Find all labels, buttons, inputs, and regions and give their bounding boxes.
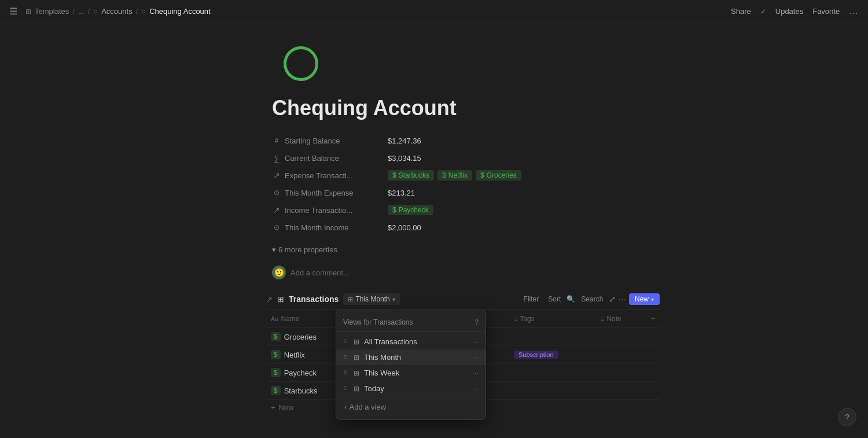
search-circle-2-icon: ⊙ [272,223,281,231]
more-properties-toggle[interactable]: ▾ 6 more properties [272,245,337,254]
starbucks-icon: $ [271,386,281,395]
arrow-up-right-2-icon: ↗ [272,205,281,215]
dropdown-item-today[interactable]: ⠿ ⊞ Today ··· [336,381,486,396]
grid-view-icon: ⊞ [354,385,359,393]
cell-tags-starbucks [509,383,596,398]
grid-view-icon: ⊞ [354,369,359,377]
breadcrumb-ellipsis[interactable]: ... [78,7,84,16]
transactions-section: ↗ ⊞ Transactions ⊞ This Month ▾ Filter S… [266,293,660,415]
add-comment-row[interactable]: 🙂 Add a comment... [272,266,350,279]
search-icon: 🔍 [567,295,575,303]
starting-balance-value[interactable]: $1,247.36 [388,137,421,145]
item-more-icon[interactable]: ··· [472,337,479,346]
hash-icon: # [272,137,281,145]
property-expense-transactions: ↗ Expense Transacti... $Starbucks $Netfl… [272,167,573,184]
expense-transactions-label: ↗ Expense Transacti... [272,171,388,180]
dropdown-item-this-month[interactable]: ⠿ ⊞ This Month ··· [336,349,486,365]
transactions-db-icon: ⊞ [277,295,284,304]
starbucks-tag[interactable]: $Starbucks [388,170,434,181]
dropdown-item-this-week[interactable]: ⠿ ⊞ This Week ··· [336,365,486,381]
groceries-icon: $ [271,332,281,341]
header-note: ≡ Note + [596,312,660,325]
grid-view-icon: ⊞ [354,338,359,346]
drag-handle-icon: ⠿ [343,370,349,376]
updates-button[interactable]: Updates [775,7,803,16]
share-button[interactable]: Share [731,7,751,16]
breadcrumb-chequing[interactable]: Chequing Account [149,7,211,16]
drag-handle-icon: ⠿ [343,338,349,345]
current-balance-value[interactable]: $3,034.15 [388,154,421,163]
topbar: ☰ ⊞ Templates / ... / ○ Accounts / ○ Che… [0,0,868,23]
page-title[interactable]: Chequing Account [272,96,457,120]
netflix-tag[interactable]: $Netflix [437,170,472,181]
income-transactions-label: ↗ Income Transactio... [272,205,388,215]
breadcrumb-sep-2: / [88,7,90,16]
user-avatar: 🙂 [272,266,286,279]
drag-handle-icon: ⠿ [343,385,349,392]
item-more-icon[interactable]: ··· [472,353,479,362]
menu-icon[interactable]: ☰ [9,6,17,17]
this-month-expense-label: ⊙ This Month Expense [272,189,388,197]
main-content: Chequing Account # Starting Balance $1,2… [0,23,868,438]
groceries-tag[interactable]: $Groceries [476,170,521,181]
topbar-right: Share ✓ Updates Favorite ... [731,7,859,16]
item-more-icon[interactable]: ··· [472,384,479,393]
grid-icon: ⊞ [348,296,353,303]
new-button[interactable]: New ▾ [629,293,660,305]
chevron-down-icon: ▾ [272,245,276,254]
this-month-income-value[interactable]: $2,000.00 [388,223,421,232]
grid-view-icon: ⊞ [354,354,359,362]
page-icon [284,46,318,81]
paycheck-tag[interactable]: $Paycheck [388,205,433,215]
expense-transactions-value[interactable]: $Starbucks $Netflix $Groceries [388,170,521,181]
item-more-icon[interactable]: ··· [472,369,479,377]
chevron-icon: ▾ [392,296,395,303]
property-this-month-income: ⊙ This Month Income $2,000.00 [272,219,573,236]
this-month-expense-value[interactable]: $213.21 [388,189,415,197]
dropdown-info-icon[interactable]: ? [475,318,479,326]
search-button[interactable]: Search [578,294,606,304]
cell-note-groceries [596,329,660,344]
bottom-scrollbar[interactable] [0,431,868,438]
add-column-icon[interactable]: + [651,315,655,323]
cell-tags-groceries [509,329,596,344]
income-transactions-value[interactable]: $Paycheck [388,205,433,215]
page-icon-wrapper[interactable] [278,41,324,87]
dropdown-item-all-transactions[interactable]: ⠿ ⊞ All Transactions ··· [336,334,486,349]
subscription-badge: Subscription [514,351,558,359]
breadcrumb-templates[interactable]: Templates [35,7,69,16]
breadcrumb-accounts-icon: ○ [93,7,98,16]
property-this-month-expense: ⊙ This Month Expense $213.21 [272,184,573,201]
breadcrumb-templates-icon: ⊞ [25,8,31,16]
transactions-arrow-icon: ↗ [266,295,273,304]
drag-handle-icon: ⠿ [343,354,349,360]
netflix-icon: $ [271,350,281,359]
header-tags: ≡ Tags [509,312,596,325]
search-circle-icon: ⊙ [272,189,281,197]
cell-note-paycheck [596,365,660,380]
cell-note-starbucks [596,383,660,398]
paycheck-icon: $ [271,368,281,377]
cell-note-netflix [596,347,660,362]
expand-icon[interactable]: ⤢ [609,295,616,304]
more-options-button[interactable]: ... [849,7,859,16]
transactions-title: Transactions [289,295,339,304]
more-icon[interactable]: ··· [618,295,627,304]
favorite-button[interactable]: Favorite [812,7,840,16]
view-filter-this-month[interactable]: ⊞ This Month ▾ [343,293,399,305]
filter-button[interactable]: Filter [520,294,543,304]
breadcrumb-accounts[interactable]: Accounts [101,7,132,16]
transactions-header: ↗ ⊞ Transactions ⊞ This Month ▾ Filter S… [266,293,660,305]
dropdown-header: Views for Transactions ? [336,315,486,332]
property-starting-balance: # Starting Balance $1,247.36 [272,132,573,149]
breadcrumb-sep-1: / [72,7,75,16]
help-button[interactable]: ? [838,408,856,426]
properties-section: # Starting Balance $1,247.36 ∑ Current B… [272,132,573,236]
breadcrumb-sep-3: / [136,7,138,16]
add-view-button[interactable]: + Add a view [336,399,486,415]
new-btn-arrow-icon: ▾ [651,296,654,303]
sort-button[interactable]: Sort [545,294,564,304]
property-income-transactions: ↗ Income Transactio... $Paycheck [272,201,573,219]
arrow-up-right-icon: ↗ [272,171,281,180]
cell-tags-netflix: Subscription [509,347,596,362]
